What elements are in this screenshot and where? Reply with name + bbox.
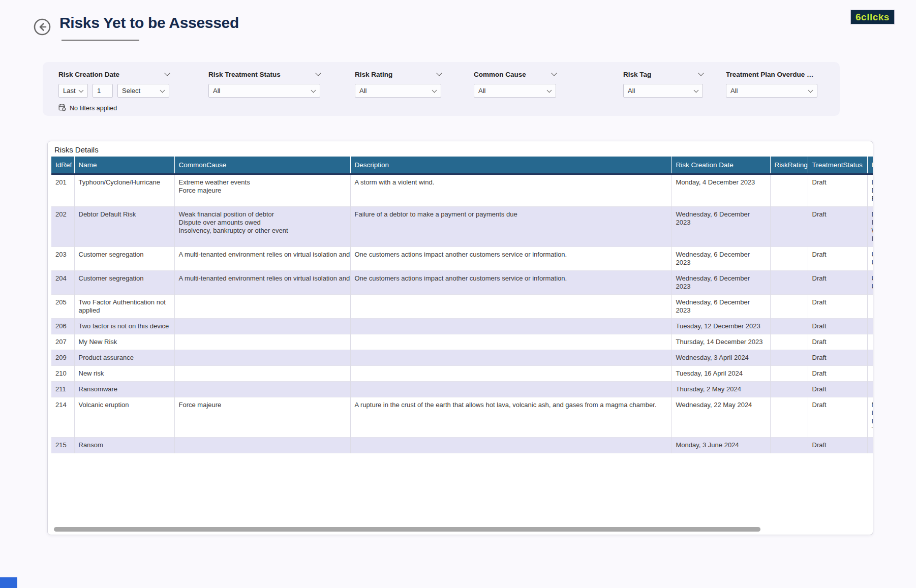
- risk-tag-select[interactable]: All: [623, 84, 703, 98]
- risks-table-body: 201 Typhoon/Cyclone/Hurricane Extreme we…: [51, 174, 873, 453]
- chevron-down-icon[interactable]: [698, 70, 704, 76]
- cell-riskrating: [770, 207, 808, 247]
- cell-treatmentstatus: Draft: [808, 174, 867, 207]
- chevron-down-icon[interactable]: [436, 70, 442, 76]
- chevron-down-icon[interactable]: [551, 70, 557, 76]
- cell-idref: 209: [51, 350, 74, 366]
- table-row[interactable]: 205 Two Factor Authentication not applie…: [51, 295, 873, 319]
- cell-name: Ransomware: [74, 382, 174, 397]
- cell-idref: 204: [51, 271, 74, 295]
- cell-description: One customers actions impact another cus…: [350, 271, 671, 295]
- risks-table: IdRef Name CommonCause Description Risk …: [51, 157, 873, 453]
- chevron-down-icon[interactable]: [164, 70, 170, 76]
- table-title: Risks Details: [54, 145, 99, 154]
- cell-linked-truncated: LDR: [867, 174, 873, 207]
- column-header-riskrating[interactable]: RiskRating: [770, 157, 808, 174]
- filter-group-risk-rating: Risk Rating All: [355, 69, 441, 98]
- cell-description: A rupture in the crust of the earth that…: [350, 397, 671, 438]
- cell-commoncause: [174, 350, 350, 366]
- treatment-plan-overdue-select[interactable]: All: [726, 84, 817, 98]
- cell-linked-truncated: DInWIn: [867, 207, 873, 247]
- filter-label: Common Cause: [474, 71, 526, 78]
- chevron-down-icon: [808, 87, 813, 92]
- column-header-risk-creation-date[interactable]: Risk Creation Date: [671, 157, 770, 174]
- common-cause-select[interactable]: All: [474, 84, 556, 98]
- cell-linked-truncated: UU: [867, 247, 873, 271]
- cell-riskrating: [770, 438, 808, 453]
- cell-description: One customers actions impact another cus…: [350, 247, 671, 271]
- cell-riskrating: [770, 397, 808, 438]
- column-header-idref[interactable]: IdRef: [51, 157, 74, 174]
- chevron-down-icon[interactable]: [315, 70, 321, 76]
- selected-value: All: [730, 87, 738, 95]
- table-row[interactable]: 202 Debtor Default Risk Weak financial p…: [51, 207, 873, 247]
- filter-status-text: No filters applied: [70, 105, 117, 112]
- cell-description: [350, 438, 671, 453]
- column-header-linked-truncated[interactable]: L: [867, 157, 873, 174]
- report-page: Risks Yet to be Assessed 6clicks Risk Cr…: [0, 0, 916, 588]
- cell-linked-truncated: [867, 295, 873, 319]
- filter-group-risk-tag: Risk Tag All: [623, 69, 703, 98]
- cell-risk-creation-date: Wednesday, 6 December 2023: [671, 247, 770, 271]
- cell-riskrating: [770, 295, 808, 319]
- column-header-description[interactable]: Description: [350, 157, 671, 174]
- cell-linked-truncated: [867, 350, 873, 366]
- risk-rating-select[interactable]: All: [355, 84, 441, 98]
- cell-description: [350, 382, 671, 397]
- cell-risk-creation-date: Wednesday, 6 December 2023: [671, 207, 770, 247]
- cell-risk-creation-date: Wednesday, 3 April 2024: [671, 350, 770, 366]
- horizontal-scrollbar[interactable]: [53, 527, 867, 532]
- risk-treatment-status-select[interactable]: All: [208, 84, 320, 98]
- cell-risk-creation-date: Monday, 3 June 2024: [671, 438, 770, 453]
- date-number-input[interactable]: 1: [93, 84, 113, 98]
- cell-linked-truncated: [867, 319, 873, 334]
- cell-linked-truncated: [867, 334, 873, 350]
- chevron-down-icon: [311, 87, 316, 92]
- selected-value: All: [628, 87, 635, 95]
- filter-group-risk-treatment-status: Risk Treatment Status All: [208, 69, 320, 98]
- scrollbar-thumb[interactable]: [54, 527, 760, 532]
- table-row[interactable]: 215 Ransom Monday, 3 June 2024 Draft: [51, 438, 873, 453]
- cell-idref: 210: [51, 366, 74, 382]
- chevron-down-icon: [79, 87, 84, 92]
- cell-linked-truncated: UU: [867, 271, 873, 295]
- table-row[interactable]: 210 New risk Tuesday, 16 April 2024 Draf…: [51, 366, 873, 382]
- cell-idref: 211: [51, 382, 74, 397]
- table-row[interactable]: 207 My New Risk Thursday, 14 December 20…: [51, 334, 873, 350]
- column-header-treatmentstatus[interactable]: TreatmentStatus: [808, 157, 867, 174]
- cell-risk-creation-date: Monday, 4 December 2023: [671, 174, 770, 207]
- cell-commoncause: A multi-tenanted environment relies on v…: [174, 247, 350, 271]
- table-row[interactable]: 211 Ransomware Thursday, 2 May 2024 Draf…: [51, 382, 873, 397]
- table-row[interactable]: 204 Customer segregation A multi-tenante…: [51, 271, 873, 295]
- date-mode-select[interactable]: Last: [58, 84, 88, 98]
- page-title: Risks Yet to be Assessed: [59, 14, 239, 32]
- back-button[interactable]: [34, 18, 51, 36]
- corner-blue-fragment: [0, 577, 17, 588]
- cell-riskrating: [770, 174, 808, 207]
- cell-treatmentstatus: Draft: [808, 295, 867, 319]
- cell-risk-creation-date: Thursday, 2 May 2024: [671, 382, 770, 397]
- chevron-down-icon: [160, 87, 165, 92]
- table-row[interactable]: 201 Typhoon/Cyclone/Hurricane Extreme we…: [51, 174, 873, 207]
- cell-commoncause: Extreme weather eventsForce majeure: [174, 174, 350, 207]
- column-header-commoncause[interactable]: CommonCause: [174, 157, 350, 174]
- date-period-select[interactable]: Select: [117, 84, 169, 98]
- table-row[interactable]: 214 Volcanic eruption Force majeure A ru…: [51, 397, 873, 438]
- cell-description: [350, 295, 671, 319]
- cell-treatmentstatus: Draft: [808, 319, 867, 334]
- chevron-down-icon: [432, 87, 437, 92]
- table-row[interactable]: 203 Customer segregation A multi-tenante…: [51, 247, 873, 271]
- table-row[interactable]: 209 Product assurance Wednesday, 3 April…: [51, 350, 873, 366]
- risks-details-card: Risks Details IdRef Name CommonCause Des…: [47, 141, 873, 535]
- cell-commoncause: [174, 366, 350, 382]
- cell-name: Product assurance: [74, 350, 174, 366]
- cell-riskrating: [770, 350, 808, 366]
- cell-commoncause: [174, 382, 350, 397]
- column-header-name[interactable]: Name: [74, 157, 174, 174]
- table-row[interactable]: 206 Two factor is not on this device Tue…: [51, 319, 873, 334]
- chevron-down-icon: [694, 87, 699, 92]
- cell-name: Two Factor Authentication not applied: [74, 295, 174, 319]
- cell-idref: 202: [51, 207, 74, 247]
- cell-description: [350, 366, 671, 382]
- cell-description: [350, 350, 671, 366]
